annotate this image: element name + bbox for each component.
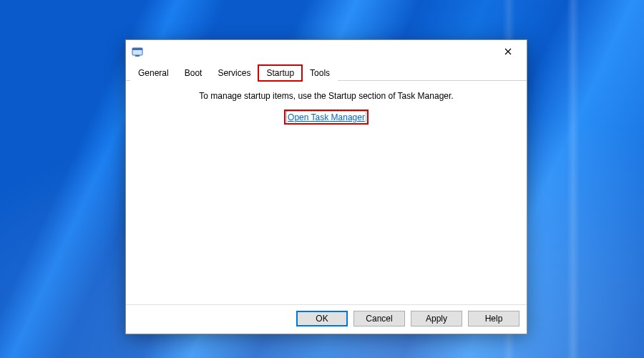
msconfig-window: General Boot Services Startup Tools To m… (125, 39, 527, 334)
cancel-button[interactable]: Cancel (353, 311, 405, 326)
tabstrip: General Boot Services Startup Tools (126, 63, 527, 81)
help-button[interactable]: Help (468, 311, 519, 326)
app-icon (132, 46, 143, 57)
svg-rect-1 (132, 48, 142, 50)
close-icon (504, 48, 512, 55)
ok-button[interactable]: OK (296, 311, 348, 326)
tab-services[interactable]: Services (210, 65, 258, 81)
link-highlight: Open Task Manager (286, 111, 367, 123)
dialog-buttons: OK Cancel Apply Help (126, 304, 527, 334)
svg-rect-2 (135, 55, 140, 57)
open-task-manager-link[interactable]: Open Task Manager (288, 112, 365, 122)
startup-info-text: To manage startup items, use the Startup… (199, 91, 453, 101)
tab-panel-startup: To manage startup items, use the Startup… (130, 81, 522, 300)
tab-tools[interactable]: Tools (302, 65, 338, 81)
title-left (132, 46, 147, 57)
tab-general[interactable]: General (130, 65, 177, 81)
desktop-wallpaper: General Boot Services Startup Tools To m… (0, 0, 644, 358)
close-button[interactable] (494, 42, 522, 62)
tab-boot[interactable]: Boot (177, 65, 210, 81)
apply-button[interactable]: Apply (411, 311, 462, 326)
tab-startup[interactable]: Startup (258, 65, 302, 81)
titlebar[interactable] (126, 40, 527, 63)
